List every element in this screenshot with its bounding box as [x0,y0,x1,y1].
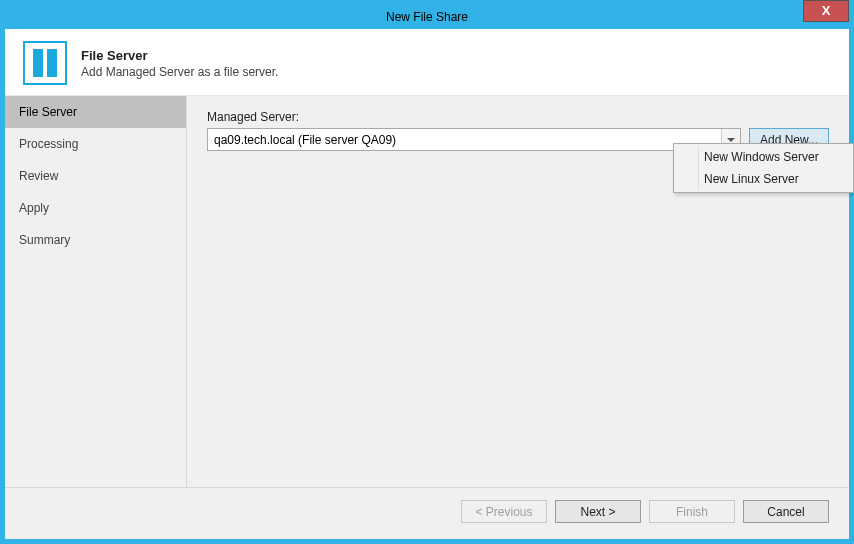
managed-server-dropdown[interactable]: qa09.tech.local (File server QA09) [207,128,741,151]
file-server-icon [23,41,67,85]
cancel-button[interactable]: Cancel [743,500,829,523]
finish-button: Finish [649,500,735,523]
window-inner: File Server Add Managed Server as a file… [5,29,849,539]
header-title: File Server [81,48,278,63]
close-button[interactable]: X [803,0,849,22]
add-new-menu: New Windows Server New Linux Server [673,143,854,193]
managed-server-value: qa09.tech.local (File server QA09) [214,133,396,147]
step-apply[interactable]: Apply [5,192,186,224]
previous-button: < Previous [461,500,547,523]
wizard-window: New File Share X File Server Add Managed… [0,0,854,544]
window-title: New File Share [386,10,468,24]
header-text: File Server Add Managed Server as a file… [81,48,278,79]
step-review[interactable]: Review [5,160,186,192]
header-subtitle: Add Managed Server as a file server. [81,65,278,79]
step-file-server[interactable]: File Server [5,96,186,128]
menu-new-windows-server[interactable]: New Windows Server [676,146,851,168]
next-button[interactable]: Next > [555,500,641,523]
wizard-steps-sidebar: File Server Processing Review Apply Summ… [5,96,187,487]
close-icon: X [822,3,831,18]
title-bar[interactable]: New File Share X [5,5,849,29]
step-summary[interactable]: Summary [5,224,186,256]
wizard-header: File Server Add Managed Server as a file… [5,29,849,96]
menu-new-linux-server[interactable]: New Linux Server [676,168,851,190]
managed-server-label: Managed Server: [207,110,829,124]
wizard-footer: < Previous Next > Finish Cancel [5,487,849,539]
step-processing[interactable]: Processing [5,128,186,160]
